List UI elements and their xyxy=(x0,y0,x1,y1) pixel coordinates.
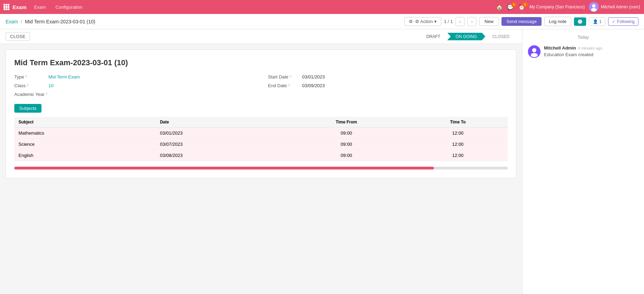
gear-icon: ⚙ xyxy=(409,19,413,24)
start-date-field-row: Start Date ? 03/01/2023 xyxy=(268,74,508,80)
table-header-row: Subject Date Time From Time To xyxy=(14,117,508,128)
end-date-field-row: End Date ? 03/09/2023 xyxy=(268,83,508,88)
chat-icon[interactable]: 💬 5 xyxy=(507,4,514,10)
action-button[interactable]: ⚙ ⚙ Action ▾ xyxy=(404,17,441,26)
right-panel: Today Mitchell Admin 4 minutes ago Educa… xyxy=(522,29,644,294)
following-button[interactable]: ✓ Following xyxy=(608,17,638,26)
end-date-help-icon[interactable]: ? xyxy=(288,84,290,88)
person-icon: 👤 xyxy=(593,19,598,24)
col-date: Date xyxy=(156,117,285,128)
breadcrumb-current: Mid Term Exam-2023-03-01 (10) xyxy=(25,19,95,24)
status-bar: CLOSE DRAFT ON GOING CLOSED xyxy=(0,29,522,44)
academic-year-help-icon[interactable]: ? xyxy=(46,92,48,96)
cell-time-from: 09:00 xyxy=(285,150,408,161)
class-value[interactable]: 10 xyxy=(48,83,53,88)
academic-year-field-row: Academic Year ? xyxy=(14,92,254,97)
cell-subject: English xyxy=(14,150,156,161)
col-subject: Subject xyxy=(14,117,156,128)
timer-icon[interactable]: ⏰ 5 xyxy=(518,4,525,10)
progress-bar xyxy=(14,167,434,169)
type-value[interactable]: Mid Term Exam xyxy=(48,74,80,80)
message-header: Mitchell Admin 4 minutes ago xyxy=(544,45,638,51)
next-button[interactable]: › xyxy=(467,17,476,26)
col-time-from: Time From xyxy=(285,117,408,128)
breadcrumb-separator: / xyxy=(21,19,22,24)
form-card: Mid Term Exam-2023-03-01 (10) Type ? Mid… xyxy=(6,50,516,178)
end-date-label: End Date ? xyxy=(268,83,299,88)
cell-time-to: 12:00 xyxy=(408,128,508,139)
chatter-today-label: Today xyxy=(528,35,638,40)
end-date-value: 03/09/2023 xyxy=(302,83,325,88)
class-label: Class ? xyxy=(14,83,46,88)
prev-button[interactable]: ‹ xyxy=(455,17,465,26)
follower-count-button[interactable]: 👤 1 xyxy=(589,17,606,26)
content-area: CLOSE DRAFT ON GOING CLOSED Mid Term Exa… xyxy=(0,29,522,294)
cell-subject: Science xyxy=(14,139,156,150)
progress-container xyxy=(14,167,508,169)
message-time: 4 minutes ago xyxy=(578,46,602,50)
follower-count: 1 xyxy=(599,19,602,24)
checkmark-icon: ✓ xyxy=(612,19,615,24)
menu-configuration[interactable]: Configuration xyxy=(52,5,86,10)
timer-badge: 5 xyxy=(522,2,528,7)
svg-point-5 xyxy=(531,53,538,57)
status-draft[interactable]: DRAFT xyxy=(419,33,447,40)
svg-point-2 xyxy=(591,8,597,12)
message-item: Mitchell Admin 4 minutes ago Education E… xyxy=(528,45,638,58)
start-date-help-icon[interactable]: ? xyxy=(290,75,292,79)
status-steps: DRAFT ON GOING CLOSED xyxy=(419,33,516,40)
cell-date: 03/07/2023 xyxy=(156,139,285,150)
schedule-activity-button[interactable]: 🕐 xyxy=(574,17,586,26)
cell-time-to: 12:00 xyxy=(408,139,508,150)
cell-time-to: 12:00 xyxy=(408,150,508,161)
topbar: Exam Exam Configuration 🏠 💬 5 ⏰ 5 My Com… xyxy=(0,0,644,14)
cell-date: 03/08/2023 xyxy=(156,150,285,161)
chevron-down-icon: ▾ xyxy=(434,19,437,24)
app-grid-icon[interactable] xyxy=(3,4,10,10)
subjects-tab-button[interactable]: Subjects xyxy=(14,104,41,113)
form-title: Mid Term Exam-2023-03-01 (10) xyxy=(14,58,508,67)
message-avatar xyxy=(528,45,540,58)
type-label: Type ? xyxy=(14,74,46,80)
clock-icon: 🕐 xyxy=(577,19,583,24)
app-name: Exam xyxy=(13,4,26,10)
close-button[interactable]: CLOSE xyxy=(6,32,30,41)
home-icon[interactable]: 🏠 xyxy=(496,4,503,10)
col-time-to: Time To xyxy=(408,117,508,128)
class-help-icon[interactable]: ? xyxy=(27,84,29,88)
class-field-row: Class ? 10 xyxy=(14,83,254,88)
message-content: Mitchell Admin 4 minutes ago Education E… xyxy=(544,45,638,57)
start-date-label: Start Date ? xyxy=(268,74,299,80)
main-layout: CLOSE DRAFT ON GOING CLOSED Mid Term Exa… xyxy=(0,29,644,294)
user-avatar xyxy=(589,2,599,12)
cell-subject: Mathematics xyxy=(14,128,156,139)
user-name: Mitchell Admin (com1 xyxy=(601,5,641,9)
status-closed[interactable]: CLOSED xyxy=(485,33,516,40)
table-row: Science 03/07/2023 09:00 12:00 xyxy=(14,139,508,150)
breadcrumb-bar: Exam / Mid Term Exam-2023-03-01 (10) ⚙ ⚙… xyxy=(0,14,644,29)
type-help-icon[interactable]: ? xyxy=(25,75,27,79)
chat-badge: 5 xyxy=(511,2,516,7)
table-row: Mathematics 03/01/2023 09:00 12:00 xyxy=(14,128,508,139)
table-row: English 03/08/2023 09:00 12:00 xyxy=(14,150,508,161)
start-date-value: 03/01/2023 xyxy=(302,74,325,80)
form-fields: Type ? Mid Term Exam Class ? 10 xyxy=(14,74,508,97)
send-message-button[interactable]: Send message xyxy=(501,17,542,26)
page-info: 1 / 1 xyxy=(444,19,453,24)
cell-time-from: 09:00 xyxy=(285,139,408,150)
new-button[interactable]: New xyxy=(479,17,499,26)
breadcrumb-parent[interactable]: Exam xyxy=(6,19,18,24)
user-menu[interactable]: Mitchell Admin (com1 xyxy=(589,2,641,12)
svg-point-4 xyxy=(532,48,536,52)
subjects-table: Subject Date Time From Time To Mathemati… xyxy=(14,117,508,161)
company-name[interactable]: My Company (San Francisco) xyxy=(529,5,585,9)
type-field-row: Type ? Mid Term Exam xyxy=(14,74,254,80)
status-ongoing[interactable]: ON GOING xyxy=(447,33,485,40)
cell-time-from: 09:00 xyxy=(285,128,408,139)
svg-point-1 xyxy=(592,4,596,8)
log-note-button[interactable]: Log note xyxy=(544,17,571,26)
academic-year-label: Academic Year ? xyxy=(14,92,47,97)
cell-date: 03/01/2023 xyxy=(156,128,285,139)
message-author: Mitchell Admin xyxy=(544,45,576,51)
menu-exam[interactable]: Exam xyxy=(31,5,49,10)
